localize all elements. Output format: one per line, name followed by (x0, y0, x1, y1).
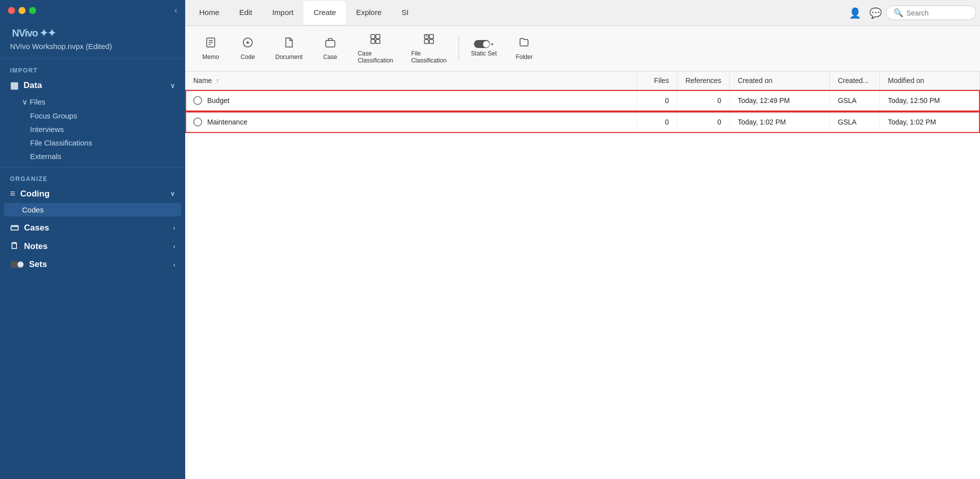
coding-chevron: ∨ (170, 190, 175, 198)
sidebar-item-coding[interactable]: ≡ Coding ∨ (0, 184, 185, 203)
svg-rect-11 (429, 34, 433, 38)
cases-label: Cases (24, 223, 49, 233)
sidebar-item-codes[interactable]: Codes (4, 203, 181, 216)
column-references: References (677, 72, 730, 90)
column-modified-on: Modified on (880, 72, 980, 90)
chat-icon[interactable]: 💬 (869, 7, 882, 19)
nav-icons: 👤 💬 (849, 7, 882, 19)
cell-references-maintenance: 0 (677, 112, 730, 133)
interviews-label: Interviews (30, 125, 64, 134)
maximize-button[interactable] (29, 7, 36, 14)
cases-chevron: › (173, 224, 175, 232)
file-classifications-label: File Classifications (30, 138, 92, 147)
sidebar-item-file-classifications[interactable]: File Classifications (0, 136, 185, 150)
collapse-sidebar-button[interactable]: ‹ (175, 6, 177, 15)
toolbar-case-button[interactable]: Case (313, 34, 348, 64)
sidebar-item-notes[interactable]: 🗒 Notes › (0, 237, 185, 256)
svg-rect-6 (371, 34, 375, 38)
focus-groups-label: Focus Groups (30, 112, 77, 120)
user-icon[interactable]: 👤 (849, 7, 861, 19)
document-icon (283, 36, 295, 52)
search-bar[interactable]: 🔍 (886, 6, 976, 20)
sets-icon (10, 261, 24, 268)
app-logo: NVivo✦✦ (0, 19, 185, 42)
row-radio-budget[interactable] (193, 96, 202, 105)
cell-created-by-budget: GSLA (830, 90, 880, 112)
table-row[interactable]: Budget 0 0 Today, 12:49 PM GSLA Today, 1… (185, 90, 980, 112)
column-created-on: Created on (730, 72, 830, 90)
cell-files-budget: 0 (637, 90, 677, 112)
file-classification-icon (423, 33, 435, 48)
toolbar-folder-button[interactable]: Folder (507, 34, 542, 64)
static-set-label: Static Set (471, 50, 497, 57)
row-radio-maintenance[interactable] (193, 118, 202, 126)
toolbar-static-set-button[interactable]: ▾ Static Set (463, 37, 505, 60)
minimize-button[interactable] (19, 7, 26, 14)
code-label: Code (241, 54, 255, 60)
table-row[interactable]: Maintenance 0 0 Today, 1:02 PM GSLA Toda… (185, 112, 980, 133)
organize-section-label: ORGANIZE (0, 170, 185, 184)
cell-modified-on-maintenance: Today, 1:02 PM (880, 112, 980, 133)
notes-label: Notes (24, 242, 48, 252)
folder-icon (518, 36, 530, 52)
close-button[interactable] (8, 7, 15, 14)
data-chevron: ∨ (170, 82, 175, 90)
sidebar-item-files[interactable]: ∨ Files (0, 95, 185, 109)
static-set-icon: ▾ (474, 40, 494, 48)
search-input[interactable] (906, 9, 966, 17)
coding-label: Coding (21, 189, 50, 199)
memo-icon (205, 36, 217, 52)
top-nav: Home Edit Import Create Explore SI 👤 💬 🔍 (185, 0, 980, 26)
cell-name-maintenance[interactable]: Maintenance (185, 112, 637, 133)
cell-created-by-maintenance: GSLA (830, 112, 880, 133)
svg-rect-9 (376, 40, 380, 44)
table-area: Name ↑ Files References Created on Creat… (185, 72, 980, 479)
toolbar-memo-button[interactable]: Memo (193, 34, 228, 64)
toolbar-file-classification-button[interactable]: FileClassification (403, 30, 454, 67)
notes-chevron: › (173, 242, 175, 250)
cases-icon: 🗃 (10, 222, 19, 233)
tab-create[interactable]: Create (303, 1, 346, 24)
memo-label: Memo (202, 54, 219, 60)
tab-home[interactable]: Home (189, 1, 229, 24)
toolbar-document-button[interactable]: Document (267, 34, 311, 64)
toolbar-code-button[interactable]: Code (230, 34, 265, 64)
svg-rect-12 (424, 40, 428, 44)
codes-label: Codes (22, 206, 44, 214)
sets-label: Sets (29, 260, 47, 270)
sidebar-item-cases[interactable]: 🗃 Cases › (0, 218, 185, 237)
sidebar-item-data[interactable]: ▦ Data ∨ (0, 76, 185, 95)
code-icon (242, 36, 254, 52)
cell-created-on-maintenance: Today, 1:02 PM (730, 112, 830, 133)
sidebar-item-externals[interactable]: Externals (0, 150, 185, 163)
main-content: Home Edit Import Create Explore SI 👤 💬 🔍 (185, 0, 980, 479)
file-classification-label: FileClassification (411, 50, 446, 64)
tab-import[interactable]: Import (262, 1, 304, 24)
sort-arrow-name: ↑ (216, 76, 219, 84)
toolbar: Memo Code Document (185, 26, 980, 72)
svg-rect-8 (371, 40, 375, 44)
tab-explore[interactable]: Explore (346, 1, 391, 24)
column-files: Files (637, 72, 677, 90)
tab-si[interactable]: SI (391, 1, 418, 24)
case-classification-icon (369, 33, 381, 48)
cell-files-maintenance: 0 (637, 112, 677, 133)
cell-modified-on-budget: Today, 12:50 PM (880, 90, 980, 112)
column-name[interactable]: Name ↑ (185, 72, 637, 90)
sets-chevron: › (173, 261, 175, 268)
traffic-lights (8, 7, 36, 14)
sidebar-item-sets[interactable]: Sets › (0, 256, 185, 274)
cell-name-budget[interactable]: Budget (185, 90, 637, 112)
sidebar-item-interviews[interactable]: Interviews (0, 122, 185, 136)
case-icon (324, 36, 336, 52)
import-section-label: IMPORT (0, 61, 185, 76)
document-label: Document (275, 54, 303, 60)
tab-edit[interactable]: Edit (229, 1, 262, 24)
case-classification-label: CaseClassification (358, 50, 393, 64)
sidebar-item-focus-groups[interactable]: Focus Groups (0, 109, 185, 122)
case-label: Case (323, 54, 337, 60)
toolbar-case-classification-button[interactable]: CaseClassification (350, 30, 401, 67)
folder-label: Folder (516, 54, 533, 60)
titlebar: ‹ (0, 0, 185, 19)
column-created-by: Created... (830, 72, 880, 90)
